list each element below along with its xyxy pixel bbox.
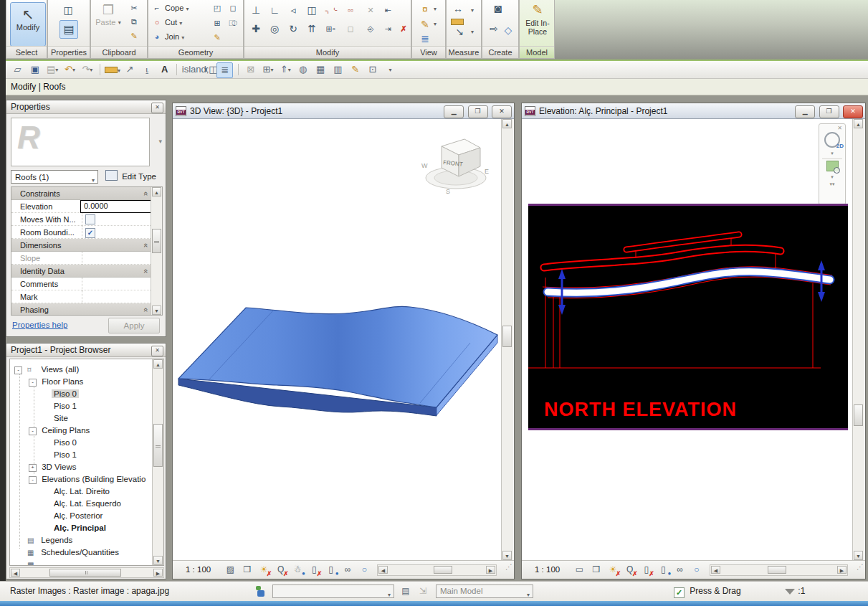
mirror-draw-axis-icon[interactable]: ◫	[305, 3, 319, 17]
copy-icon[interactable]: ◎	[267, 22, 282, 36]
edit-type-button[interactable]: Edit Type	[104, 169, 166, 184]
tag-by-category-icon[interactable]: ⍸	[140, 62, 155, 77]
temporary-hide-isolate-icon[interactable]: ∞	[340, 562, 355, 577]
open-icon[interactable]: ▱	[10, 62, 25, 77]
modify-button[interactable]: ↖ Modify	[10, 2, 46, 47]
scroll-thumb[interactable]	[854, 404, 863, 426]
tree-expander[interactable]: -	[14, 366, 22, 374]
offset-icon[interactable]: ∟	[267, 3, 282, 17]
mark-value-input[interactable]	[82, 290, 152, 303]
viewport-3d-vertical-scrollbar[interactable]: ▲ ▼	[501, 119, 513, 560]
scroll-up-arrow[interactable]: ▲	[502, 119, 512, 128]
wall-joins-icon[interactable]: ◰	[211, 2, 223, 14]
tree-item-piso0[interactable]: Piso 0	[52, 388, 79, 400]
tree-expander[interactable]: +	[29, 464, 37, 472]
split-with-gap-icon[interactable]: ▫▫	[345, 4, 356, 16]
tree-item-schedules[interactable]: ▦ Schedules/Quantities	[27, 546, 119, 559]
tree-expander[interactable]: -	[29, 476, 37, 484]
minimize-button[interactable]: ▁	[795, 105, 815, 118]
viewport-elevation[interactable]: ✕ 2D ▾ ▾ ▾▾	[523, 119, 864, 560]
beam-joins-icon[interactable]: ◻	[227, 2, 239, 14]
shadows-icon[interactable]: Q✗	[623, 562, 637, 577]
sun-path-icon[interactable]: ☀✗	[257, 562, 271, 577]
scroll-right-arrow[interactable]: ▶	[153, 569, 163, 577]
scroll-thumb[interactable]	[434, 566, 452, 574]
viewcube-south[interactable]: S	[446, 188, 450, 195]
tree-item-legends[interactable]: ▤ Legends	[27, 534, 72, 546]
scale-icon[interactable]: ⊞▫	[325, 23, 336, 34]
scroll-left-arrow[interactable]: ◀	[711, 566, 720, 574]
apply-button[interactable]: Apply	[108, 318, 160, 333]
design-options-combo[interactable]: ▾	[272, 584, 394, 598]
close-button[interactable]: ✕	[492, 105, 512, 118]
linework-icon[interactable]: ≣	[418, 32, 432, 46]
moves-with-nearby-checkbox[interactable]	[85, 214, 95, 224]
default-3d-view-icon[interactable]: island;◫▾	[182, 62, 197, 77]
crop-view-icon[interactable]: ▯✗	[639, 562, 654, 577]
demolish-icon[interactable]: ⎄	[227, 17, 239, 29]
close-button[interactable]: ✕	[843, 105, 863, 118]
zoom-icon[interactable]	[826, 161, 839, 171]
undo-icon[interactable]: ↶▾	[62, 62, 77, 77]
viewport-3d[interactable]: FRONT S E W ▲ ▼	[173, 119, 513, 560]
chevron-down-icon[interactable]: ▾	[158, 138, 162, 145]
tree-item-ceiling-piso1[interactable]: Piso 1	[54, 449, 77, 461]
delete-icon[interactable]: ✗	[398, 23, 409, 34]
trim-extend-icon[interactable]: ✕	[365, 4, 376, 16]
scroll-thumb[interactable]	[502, 326, 512, 347]
press-drag-checkbox[interactable]: ✓	[674, 587, 685, 598]
navbar-collapse-icon[interactable]: ▾▾	[819, 181, 845, 188]
tree-item-views-all[interactable]: - ⌑ Views (all)	[14, 364, 79, 376]
save-icon[interactable]: ▣	[27, 62, 42, 77]
create-group-icon[interactable]: ◙	[491, 2, 505, 16]
rendering-dialog-icon[interactable]: ☃●	[290, 562, 305, 577]
browser-horizontal-scrollbar[interactable]: ◀ ▶	[9, 567, 164, 578]
comments-value-input[interactable]	[82, 278, 152, 290]
dropdown-arrow-icon[interactable]: ▾	[819, 150, 845, 157]
tree-item-alc-lat-esquerdo[interactable]: Alç. Lat. Esquerdo	[54, 498, 121, 510]
paste-button[interactable]: ❐ Paste ▾	[95, 3, 121, 27]
tree-item-3d-views[interactable]: + 3D Views	[29, 461, 77, 473]
room-bounding-checkbox[interactable]: ✓	[85, 228, 95, 238]
browser-vertical-scrollbar[interactable]: ▲ ▼	[152, 359, 163, 565]
tree-item-alc-posterior[interactable]: Alç. Posterior	[54, 510, 102, 522]
resize-grip[interactable]: ⋰	[857, 558, 864, 576]
properties-help-link[interactable]: Properties help	[12, 321, 67, 329]
viewcube[interactable]: FRONT S E W	[420, 132, 492, 198]
sun-path-icon[interactable]: ☀✗	[606, 562, 620, 577]
minimize-button[interactable]: ▁	[444, 105, 464, 118]
close-icon[interactable]: ✕	[151, 346, 163, 356]
unpin-icon[interactable]: ◻	[345, 23, 356, 34]
sheet-icon[interactable]: ⊡	[366, 62, 381, 77]
gray-inactive-workset-icon[interactable]: ⇲	[416, 584, 430, 598]
match-properties-icon[interactable]: ✎	[128, 30, 140, 42]
tree-expander[interactable]: -	[29, 427, 37, 435]
tree-item-site[interactable]: Site	[54, 412, 68, 425]
aligned-dimension-icon[interactable]: ↗	[122, 62, 137, 77]
scale-label[interactable]: 1 : 100	[186, 561, 211, 579]
dropdown-arrow-icon[interactable]: ▾	[819, 174, 845, 181]
tree-item-sheets-partial[interactable]: ▩	[27, 559, 39, 566]
crop-region-visible-icon[interactable]: ▯●	[324, 562, 338, 577]
tree-item-elevations[interactable]: - Elevations (Building Elevatio	[29, 473, 146, 486]
cut-button[interactable]: ○ Cut ▾	[151, 16, 182, 29]
active-workset-combo[interactable]: Main Model ▾	[436, 584, 533, 598]
lightbulb-hide-icon[interactable]: ¤	[418, 2, 432, 16]
reveal-hidden-icon[interactable]: ○	[357, 562, 371, 577]
viewport-elevation-horizontal-scrollbar[interactable]: ◀ ▶	[710, 564, 848, 576]
tree-item-floor-plans[interactable]: - Floor Plans	[29, 376, 83, 388]
scroll-down-arrow[interactable]: ▼	[153, 556, 163, 565]
press-drag-toggle[interactable]: ✓ Press & Drag	[674, 582, 741, 601]
split-face-icon[interactable]: ⊞	[211, 17, 223, 29]
close-hidden-windows-icon[interactable]: ⊠	[243, 62, 258, 77]
override-graphics-icon[interactable]: ✎	[418, 17, 432, 32]
worksets-dialog-icon[interactable]: ▤	[399, 584, 413, 598]
mirror-pick-axis-icon[interactable]: ◃	[286, 3, 300, 17]
create-assembly-icon[interactable]: ◇	[501, 23, 515, 37]
print-icon[interactable]: ▤▾	[45, 62, 60, 77]
cut-to-clipboard-icon[interactable]: ✂	[128, 2, 140, 14]
scroll-up-arrow[interactable]: ▲	[153, 359, 163, 369]
restore-button[interactable]: ❐	[819, 105, 839, 118]
create-similar-icon[interactable]: ⇨	[487, 22, 501, 36]
scroll-up-arrow[interactable]: ▲	[854, 119, 863, 128]
